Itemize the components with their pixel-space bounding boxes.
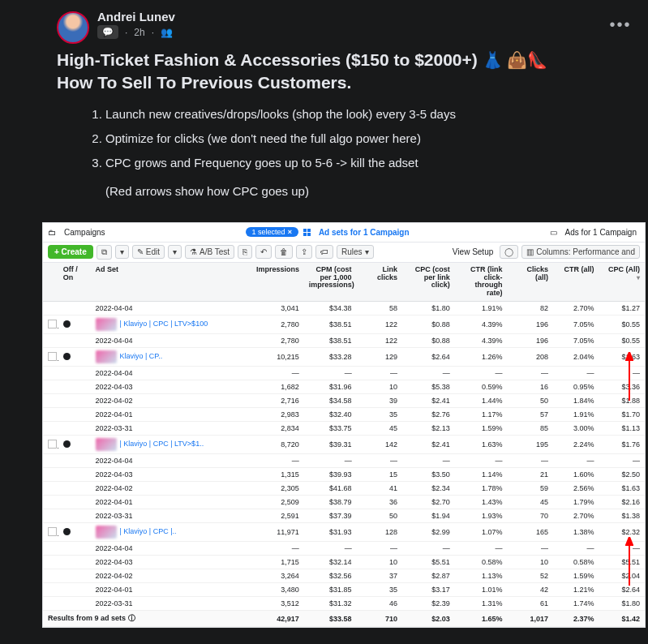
table-row[interactable]: | Klaviyo | CPC |..11,971$31.93128$2.991… <box>43 523 645 542</box>
col-ctr-all[interactable]: CTR (all) <box>553 263 599 302</box>
tab-ads[interactable]: Ads for 1 Campaign <box>562 226 640 238</box>
empty-cell: — <box>508 454 553 468</box>
table-row[interactable]: 2022-04-043,041$34.3858$1.801.91%822.70%… <box>43 302 645 316</box>
author-avatar[interactable] <box>57 11 89 44</box>
author-name[interactable]: Andrei Lunev <box>97 10 175 24</box>
table-row[interactable]: 2022-04-013,480$31.8535$3.171.01%421.21%… <box>43 583 645 597</box>
group-badge-icon: 💬 <box>97 25 118 39</box>
tip-item: CPC grows and Frequency goes up to 5-6 -… <box>105 153 591 173</box>
abtest-button[interactable]: ⚗ A/B Test <box>185 245 234 259</box>
table-row[interactable]: 2022-04-04———————— <box>43 454 645 468</box>
row-checkbox[interactable] <box>48 320 57 328</box>
metric-cell: 57 <box>508 408 553 422</box>
metric-cell: $2.39 <box>402 597 455 611</box>
adset-name-cell[interactable]: Klaviyo | CP.. <box>91 348 252 367</box>
table-row[interactable]: 2022-04-022,716$34.5839$2.411.44%501.84%… <box>43 394 645 408</box>
metric-cell: 3,480 <box>251 583 304 597</box>
empty-cell: — <box>304 542 357 556</box>
metric-cell: 37 <box>357 569 402 583</box>
col-checkbox[interactable] <box>43 263 58 302</box>
rules-button[interactable]: Rules ▾ <box>337 245 374 259</box>
dropdown-icon[interactable]: ▾ <box>115 245 129 259</box>
table-row[interactable]: 2022-04-04———————— <box>43 542 645 556</box>
date-cell: 2022-04-03 <box>91 556 252 569</box>
tag-button[interactable]: 🏷 <box>315 245 333 259</box>
col-cpm[interactable]: CPM (cost per 1,000 impressions) <box>304 263 357 302</box>
metric-cell: 10 <box>508 556 553 569</box>
metric-cell: 8,720 <box>251 436 304 454</box>
table-row[interactable]: 2022-04-023,264$32.5637$2.871.13%521.59%… <box>43 569 645 583</box>
metric-cell: $1.80 <box>402 302 455 316</box>
col-link-clicks[interactable]: Link clicks <box>357 263 402 302</box>
col-ctr-link[interactable]: CTR (link click-through rate) <box>455 263 508 302</box>
tip-item: Optimize for clicks (we don't need the f… <box>105 129 591 148</box>
selected-pill[interactable]: 1 selected × <box>246 227 298 237</box>
metric-cell: $2.41 <box>402 394 455 408</box>
col-cpc-link[interactable]: CPC (cost per link click) <box>402 263 455 302</box>
adset-name-cell[interactable]: | Klaviyo | CPC |.. <box>91 523 252 542</box>
col-cpc-all[interactable]: CPC (All) <box>599 263 645 302</box>
date-cell: 2022-04-03 <box>91 380 252 394</box>
col-adset[interactable]: Ad Set <box>91 263 252 302</box>
table-row[interactable]: 2022-03-312,834$33.7545$2.131.59%853.00%… <box>43 422 645 436</box>
view-setup-toggle[interactable]: ◯ <box>500 245 518 259</box>
table-row[interactable]: 2022-04-04———————— <box>43 367 645 380</box>
duplicate-button[interactable]: ⧉ <box>97 245 112 260</box>
create-button[interactable]: + Create <box>48 245 93 259</box>
date-cell: 2022-04-04 <box>91 367 252 380</box>
dropdown-icon[interactable]: ▾ <box>168 245 182 259</box>
table-row[interactable]: | Klaviyo | CPC | LTV>$1002,780$38.51122… <box>43 316 645 334</box>
table-row[interactable]: 2022-04-042,780$38.51122$0.884.39%1967.0… <box>43 334 645 348</box>
post-time[interactable]: 2h <box>134 27 144 38</box>
toggle-icon[interactable] <box>63 440 71 448</box>
table-row[interactable]: 2022-04-012,983$32.4035$2.761.17%571.91%… <box>43 408 645 422</box>
metric-cell: 1.38% <box>553 523 599 542</box>
col-off-on[interactable]: Off / On <box>58 263 91 302</box>
table-row[interactable]: 2022-04-031,715$32.1410$5.510.58%100.58%… <box>43 556 645 569</box>
columns-button[interactable]: ▥ Columns: Performance and <box>521 245 640 259</box>
metric-cell: 1.91% <box>553 408 599 422</box>
empty-cell: — <box>455 367 508 380</box>
post-more-button[interactable]: ••• <box>606 10 635 39</box>
copy-button[interactable]: ⎘ <box>238 245 252 259</box>
toggle-icon[interactable] <box>63 320 71 328</box>
table-row[interactable]: 2022-03-312,591$37.3950$1.941.93%702.70%… <box>43 509 645 523</box>
table-row[interactable]: Klaviyo | CP..10,215$33.28129$2.641.26%2… <box>43 348 645 367</box>
metric-cell: 50 <box>357 509 402 523</box>
metric-cell: 1.59% <box>455 422 508 436</box>
table-row[interactable]: | Klaviyo | CPC | LTV>$1..8,720$39.31142… <box>43 436 645 454</box>
delete-button[interactable]: 🗑 <box>275 245 293 259</box>
metric-cell: $3.50 <box>402 468 455 482</box>
edit-button[interactable]: ✎ Edit <box>132 245 165 259</box>
tab-adsets[interactable]: Ad sets for 1 Campaign <box>315 226 413 238</box>
row-checkbox[interactable] <box>48 352 57 361</box>
metric-cell: 15 <box>357 468 402 482</box>
metric-cell: 122 <box>357 316 402 334</box>
empty-cell: — <box>357 367 402 380</box>
table-row[interactable]: 2022-04-031,682$31.9610$5.380.59%160.95%… <box>43 380 645 394</box>
export-button[interactable]: ⇪ <box>296 245 312 259</box>
row-checkbox[interactable] <box>48 527 57 536</box>
col-clicks-all[interactable]: Clicks (all) <box>508 263 553 302</box>
table-row[interactable]: 2022-03-313,512$31.3246$2.391.31%611.74%… <box>43 597 645 611</box>
totals-lc: 710 <box>357 611 402 627</box>
table-row[interactable]: 2022-04-031,315$39.9315$3.501.14%211.60%… <box>43 468 645 482</box>
table-row[interactable]: 2022-04-012,509$38.7936$2.701.43%451.79%… <box>43 496 645 509</box>
table-row[interactable]: 2022-04-022,305$41.6841$2.341.78%592.56%… <box>43 482 645 496</box>
close-icon[interactable]: × <box>288 228 292 236</box>
adset-name-cell[interactable]: | Klaviyo | CPC | LTV>$100 <box>91 316 252 334</box>
toggle-icon[interactable] <box>63 353 71 360</box>
date-cell: 2022-04-03 <box>91 468 252 482</box>
toggle-icon[interactable] <box>63 528 71 535</box>
metric-cell: 2,591 <box>251 509 304 523</box>
col-impressions[interactable]: Impressions <box>251 263 304 302</box>
metric-cell: 2.70% <box>553 509 599 523</box>
metric-cell: $3.36 <box>599 380 645 394</box>
row-checkbox[interactable] <box>48 440 57 449</box>
tab-campaigns[interactable]: Campaigns <box>61 226 109 238</box>
metric-cell: 4.39% <box>455 334 508 348</box>
undo-button[interactable]: ↶ <box>255 245 272 259</box>
metric-cell: 39 <box>357 394 402 408</box>
adset-name-cell[interactable]: | Klaviyo | CPC | LTV>$1.. <box>91 436 252 454</box>
headline-emoji: 👗 👜👠 <box>483 51 548 69</box>
